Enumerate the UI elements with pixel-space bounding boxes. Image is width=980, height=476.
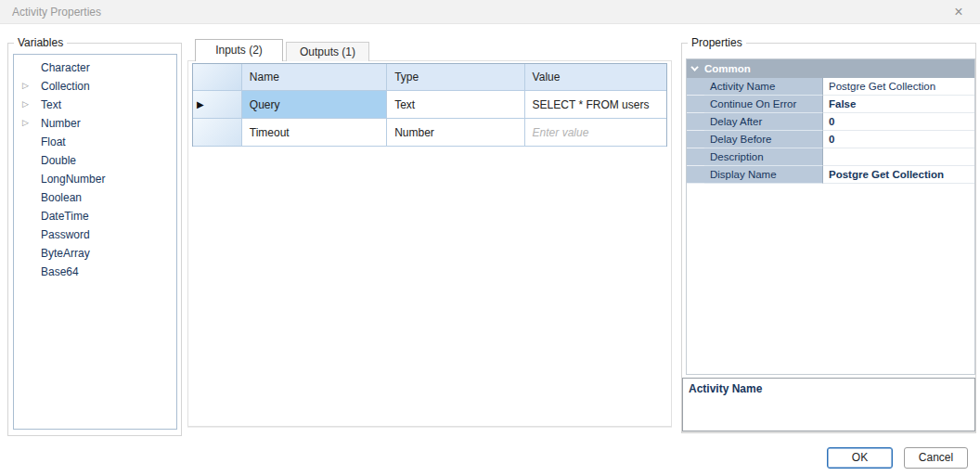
tree-item-label: DateTime [41, 210, 89, 223]
expander-icon [22, 133, 35, 151]
tab-inputs[interactable]: Inputs (2) [195, 39, 283, 61]
column-header-name[interactable]: Name [241, 64, 386, 91]
table-row-timeout: Timeout Number Enter value [193, 119, 666, 147]
row-selector-cell[interactable] [193, 119, 241, 147]
row-selector-cell[interactable]: ▶ [193, 91, 241, 119]
expander-icon [22, 188, 35, 207]
tree-item-label: Text [41, 98, 61, 111]
property-label[interactable]: Activity Name [704, 78, 822, 96]
tree-item-float[interactable]: Float [14, 133, 176, 151]
cancel-button[interactable]: Cancel [904, 447, 968, 469]
expander-icon[interactable]: ▷ [22, 96, 35, 114]
cell-name[interactable]: Query [241, 91, 386, 119]
row-gutter [687, 113, 704, 131]
ok-button[interactable]: OK [827, 447, 893, 469]
property-label[interactable]: Continue On Error [704, 96, 822, 113]
tree-item-label: Character [41, 61, 90, 74]
cell-name[interactable]: Timeout [241, 119, 386, 147]
property-value[interactable]: False [822, 96, 974, 113]
tree-item-label: Float [41, 135, 66, 148]
property-grid: Common Activity Name Postgre Get Collect… [686, 58, 975, 375]
property-label[interactable]: Delay After [704, 113, 822, 131]
variables-tree: Character ▷ Collection ▷ Text ▷ Number F… [13, 54, 177, 430]
property-value[interactable] [822, 148, 974, 166]
table-header-row: Name Type Value [193, 64, 666, 91]
tree-item-label: Password [41, 228, 90, 241]
row-gutter [687, 78, 704, 96]
cell-type[interactable]: Number [386, 119, 523, 147]
property-value[interactable]: Postgre Get Collection [822, 166, 974, 184]
properties-group-label: Properties [688, 36, 746, 49]
tree-item-label: ByteArray [41, 247, 90, 260]
tree-item-label: Collection [41, 80, 90, 93]
properties-groupbox: Properties Common Activity Name Postgre … [681, 43, 976, 433]
tree-item-base64[interactable]: Base64 [14, 263, 176, 281]
tree-item-label: Double [41, 154, 76, 167]
tree-item-bytearray[interactable]: ByteArray [14, 244, 176, 263]
tree-item-boolean[interactable]: Boolean [14, 188, 176, 207]
row-selector-header[interactable] [193, 64, 241, 91]
expander-icon[interactable]: ▷ [22, 114, 35, 133]
property-label[interactable]: Delay Before [704, 131, 822, 148]
tab-outputs[interactable]: Outputs (1) [286, 42, 369, 61]
collapse-chevron-icon[interactable] [687, 66, 704, 71]
cell-value[interactable]: SELECT * FROM users [524, 91, 666, 119]
row-gutter [687, 131, 704, 148]
tabstrip: Inputs (2) Outputs (1) [187, 39, 369, 61]
property-value[interactable]: Postgre Get Collection [822, 78, 974, 96]
property-label[interactable]: Display Name [704, 166, 822, 184]
property-value[interactable]: 0 [822, 113, 974, 131]
property-value[interactable]: 0 [822, 131, 974, 148]
property-help-title: Activity Name [683, 379, 974, 399]
variables-group-label: Variables [14, 36, 67, 49]
property-label[interactable]: Description [704, 148, 822, 166]
table-row-query: ▶ Query Text SELECT * FROM users [193, 91, 666, 119]
dialog-title: Activity Properties [12, 0, 101, 24]
expander-icon[interactable]: ▷ [22, 77, 35, 96]
property-row-description: Description [687, 148, 974, 166]
row-gutter [687, 148, 704, 166]
expander-icon [22, 225, 35, 244]
expander-icon [22, 244, 35, 263]
section-label: Common [704, 63, 751, 74]
tree-item-character[interactable]: Character [14, 58, 176, 77]
expander-icon [22, 207, 35, 225]
property-row-delay-after: Delay After 0 [687, 113, 974, 131]
inputs-table: Name Type Value ▶ Query Text SELECT * FR… [192, 63, 667, 147]
expander-icon [22, 170, 35, 188]
tree-item-label: Number [41, 117, 81, 130]
column-header-type[interactable]: Type [386, 64, 523, 91]
tree-item-number[interactable]: ▷ Number [14, 114, 176, 133]
row-gutter [687, 96, 704, 113]
variables-groupbox: Variables Character ▷ Collection ▷ Text … [7, 43, 182, 436]
property-row-continue-on-error: Continue On Error False [687, 96, 974, 113]
tree-item-password[interactable]: Password [14, 225, 176, 244]
tree-item-text[interactable]: ▷ Text [14, 96, 176, 114]
tree-item-label: LongNumber [41, 173, 105, 186]
row-gutter [687, 166, 704, 184]
close-icon[interactable]: × [945, 0, 973, 24]
dialog-titlebar: Activity Properties × [0, 0, 980, 24]
property-row-activity-name: Activity Name Postgre Get Collection [687, 78, 974, 96]
tree-item-label: Boolean [41, 191, 82, 204]
tree-item-label: Base64 [41, 265, 79, 278]
expander-icon [22, 151, 35, 170]
inputs-tab-page: Name Type Value ▶ Query Text SELECT * FR… [187, 60, 672, 427]
tree-item-datetime[interactable]: DateTime [14, 207, 176, 225]
cell-value-placeholder[interactable]: Enter value [524, 119, 666, 147]
tree-item-collection[interactable]: ▷ Collection [14, 77, 176, 96]
expander-icon [22, 58, 35, 77]
current-row-arrow-icon: ▶ [197, 99, 204, 109]
property-help-pane: Activity Name [682, 378, 975, 431]
property-row-display-name: Display Name Postgre Get Collection [687, 166, 974, 184]
expander-icon [22, 263, 35, 281]
tree-item-double[interactable]: Double [14, 151, 176, 170]
section-header-common[interactable]: Common [687, 59, 974, 78]
column-header-value[interactable]: Value [524, 64, 666, 91]
property-row-delay-before: Delay Before 0 [687, 131, 974, 148]
cell-type[interactable]: Text [386, 91, 523, 119]
tree-item-longnumber[interactable]: LongNumber [14, 170, 176, 188]
